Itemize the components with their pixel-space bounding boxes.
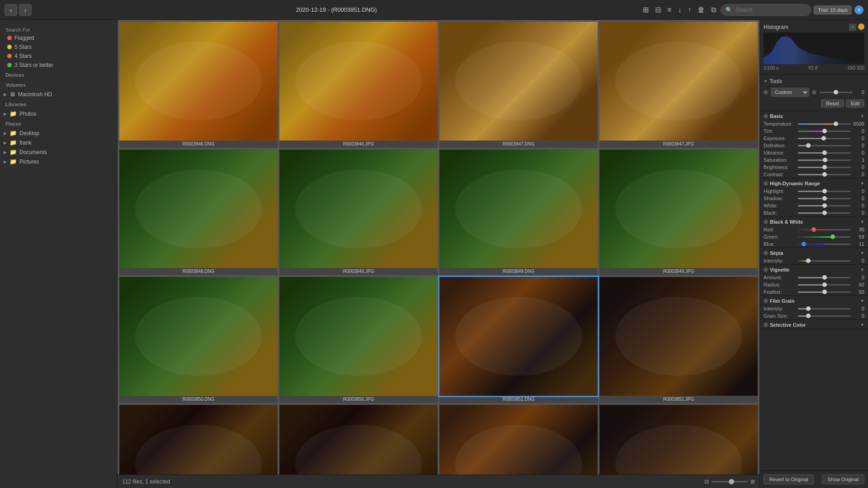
grid-view-button[interactable]: ⊞	[641, 4, 651, 16]
photo-cell-R0003850.DNG[interactable]: R0003850.DNG	[119, 277, 278, 403]
photo-cell-R0003846.JPG[interactable]: R0003846.JPG	[279, 22, 438, 148]
shadow-slider[interactable]	[798, 198, 851, 199]
hist-tab-1[interactable]: f	[849, 23, 856, 31]
red-slider[interactable]	[798, 229, 851, 230]
sepia-intensity-slider[interactable]	[798, 260, 851, 262]
statusbar: 112 files, 1 selected ⊟ ⊞	[118, 474, 760, 488]
photo-cell-R0003846.DNG[interactable]: R0003846.DNG	[119, 22, 278, 148]
sidebar-item-documents[interactable]: ▶ 📁 Documents	[0, 147, 117, 157]
zoom-slider[interactable]	[712, 481, 748, 483]
film-grain-toggle[interactable]	[764, 299, 768, 303]
photo-cell-R0003848.DNG[interactable]: R0003848.DNG	[119, 150, 278, 276]
sidebar-item-4stars[interactable]: 4 Stars	[0, 52, 117, 61]
copy-button[interactable]: ⧉	[709, 4, 718, 16]
photo-cell-R0003849.JPG[interactable]: R0003849.JPG	[599, 150, 758, 276]
photo-cell-R0003847.JPG[interactable]: R0003847.JPG	[599, 22, 758, 148]
film-grain-title: Film Grain	[770, 298, 794, 304]
photo-cell-R0003847.DNG[interactable]: R0003847.DNG	[439, 22, 598, 148]
selective-color-toggle[interactable]	[764, 323, 768, 327]
tools-select[interactable]: Custom	[771, 88, 809, 97]
4stars-label: 4 Stars	[14, 53, 32, 59]
bw-toggle[interactable]	[764, 220, 768, 224]
hdr-header[interactable]: High-Dynamic Range ▼	[764, 178, 864, 188]
green-slider[interactable]	[798, 236, 851, 238]
tools-toggle[interactable]	[764, 90, 768, 94]
search-input[interactable]	[735, 7, 806, 13]
selective-color-header[interactable]: Selective Color ▼	[764, 320, 864, 329]
search-box[interactable]: 🔍	[721, 4, 811, 16]
basic-header[interactable]: Basic ▼	[764, 111, 864, 120]
sidebar-item-macintosh-hd[interactable]: ▶ 🖥 Macintosh HD	[0, 89, 117, 99]
exposure-slider[interactable]	[798, 138, 851, 139]
black-slider[interactable]	[798, 212, 851, 214]
tools-header[interactable]: ▼ Tools	[764, 76, 864, 86]
photo-cell-R0003853.JPG[interactable]: R0003853.JPG	[599, 405, 758, 475]
hist-tab-2[interactable]	[858, 23, 864, 30]
revert-button[interactable]: Revert to Original	[764, 474, 814, 484]
photo-cell-R0003850.JPG[interactable]: R0003850.JPG	[279, 277, 438, 403]
documents-folder-icon: 📁	[9, 149, 17, 155]
definition-slider[interactable]	[798, 145, 851, 146]
fg-grain-size-row: Grain Size: 0	[764, 312, 864, 319]
temperature-value: 6500	[853, 121, 864, 127]
highlight-slider[interactable]	[798, 191, 851, 192]
sidebar-item-photos[interactable]: ▶ 📁 Photos	[0, 109, 117, 118]
sidebar-item-3stars[interactable]: 3 Stars or better	[0, 61, 117, 70]
vignette-amount-slider[interactable]	[798, 277, 851, 278]
vignette-feather-slider[interactable]	[798, 291, 851, 293]
contrast-slider[interactable]	[798, 174, 851, 175]
sidebar-item-desktop[interactable]: ▶ 📁 Desktop	[0, 128, 117, 138]
temperature-slider[interactable]	[798, 123, 851, 125]
tools-section: ▼ Tools Custom 0 Reset Edit	[760, 75, 868, 111]
delete-button[interactable]: 🗑	[696, 4, 707, 16]
documents-chevron-icon: ▶	[4, 150, 7, 155]
basic-toggle[interactable]	[764, 114, 768, 118]
tint-value: 0	[853, 128, 864, 134]
photo-cell-R0003848.JPG[interactable]: R0003848.JPG	[279, 150, 438, 276]
film-grain-header[interactable]: Film Grain ▼	[764, 296, 864, 305]
contrast-label: Contrast:	[764, 172, 796, 177]
list-view-button[interactable]: ≡	[665, 4, 673, 16]
photo-cell-R0003853.DNG[interactable]: R0003853.DNG	[439, 405, 598, 475]
edit-button[interactable]: Edit	[846, 99, 864, 108]
vignette-toggle[interactable]	[764, 267, 768, 272]
photo-cell-R0003852.DNG[interactable]: R0003852.DNG	[119, 405, 278, 475]
sidebar-item-pictures[interactable]: ▶ 📁 Pictures	[0, 157, 117, 166]
tint-slider[interactable]	[798, 131, 851, 132]
highlight-row: Highlight: 0	[764, 188, 864, 195]
show-original-button[interactable]: Show Original	[822, 474, 864, 484]
back-button[interactable]: ‹	[5, 4, 17, 16]
grid-small-icon[interactable]: ⊟	[704, 479, 709, 485]
vibrance-slider[interactable]	[798, 152, 851, 154]
sepia-header[interactable]: Sepia ▼	[764, 248, 864, 257]
tools-toggle2[interactable]	[812, 90, 816, 94]
hdr-toggle[interactable]	[764, 181, 768, 186]
blue-slider[interactable]	[798, 244, 851, 245]
photo-cell-R0003851.DNG[interactable]: R0003851.DNG	[439, 277, 598, 403]
vignette-radius-slider[interactable]	[798, 284, 851, 286]
import-button[interactable]: ↓	[676, 4, 683, 16]
forward-button[interactable]: ›	[19, 4, 32, 16]
brightness-slider[interactable]	[798, 167, 851, 168]
sidebar-item-flagged[interactable]: Flagged	[0, 33, 117, 42]
compare-button[interactable]: ⊟	[653, 4, 663, 16]
sidebar-item-5stars[interactable]: 5 Stars	[0, 42, 117, 52]
reset-button[interactable]: Reset	[821, 99, 844, 108]
fg-grain-size-slider[interactable]	[798, 315, 851, 317]
photo-cell-R0003852.JPG[interactable]: R0003852.JPG	[279, 405, 438, 475]
grid-large-icon[interactable]: ⊞	[750, 479, 755, 485]
film-grain-arrow-icon: ▼	[860, 299, 864, 303]
white-slider[interactable]	[798, 205, 851, 206]
vignette-header[interactable]: Vignette ▼	[764, 265, 864, 274]
info-icon[interactable]: i	[854, 5, 863, 14]
exposure-value: 0	[853, 136, 864, 141]
sepia-toggle[interactable]	[764, 251, 768, 255]
photo-cell-R0003851.JPG[interactable]: R0003851.JPG	[599, 277, 758, 403]
sidebar-item-frank[interactable]: ▶ 📁 frank	[0, 138, 117, 147]
share-button[interactable]: ↑	[686, 4, 693, 16]
saturation-slider[interactable]	[798, 160, 851, 161]
volumes-section: Volumes	[0, 80, 117, 89]
bw-header[interactable]: Black & White ▼	[764, 217, 864, 226]
photo-cell-R0003849.DNG[interactable]: R0003849.DNG	[439, 150, 598, 276]
fg-intensity-slider[interactable]	[798, 308, 851, 310]
